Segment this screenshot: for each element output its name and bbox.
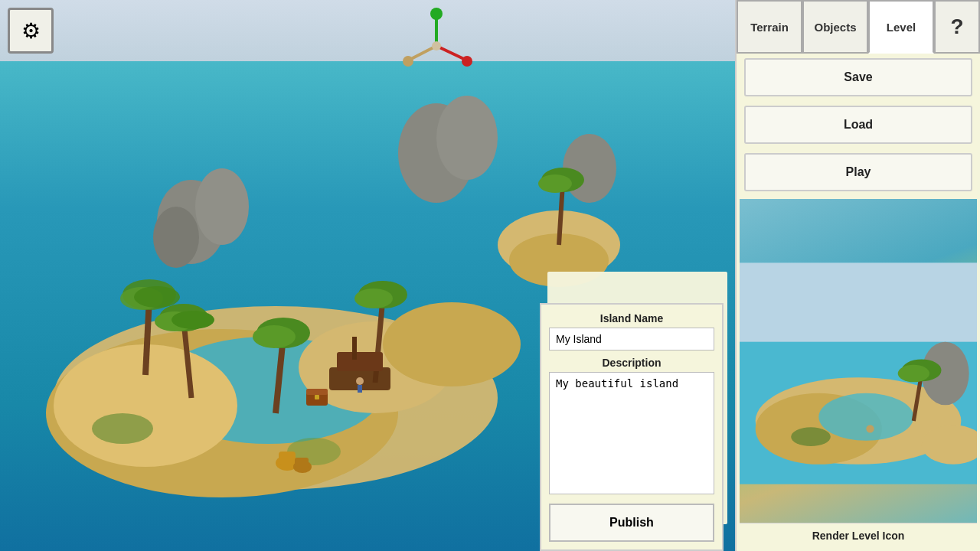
save-button[interactable]: Save — [744, 58, 972, 96]
play-button[interactable]: Play — [744, 153, 972, 191]
svg-point-28 — [354, 289, 393, 308]
svg-point-14 — [563, 134, 616, 203]
settings-button[interactable]: ⚙ — [8, 8, 54, 54]
svg-point-53 — [432, 41, 441, 51]
svg-point-58 — [818, 393, 913, 441]
island-name-input[interactable] — [549, 328, 714, 350]
svg-rect-55 — [740, 262, 977, 341]
tab-level[interactable]: Level — [868, 0, 934, 54]
svg-point-52 — [403, 56, 413, 67]
svg-rect-33 — [337, 352, 383, 371]
right-panel: Terrain Objects Level ? Save Load Play — [735, 0, 980, 551]
svg-point-6 — [383, 302, 521, 386]
svg-rect-45 — [295, 458, 309, 468]
app: ⚙ Island Name Description My b — [0, 0, 980, 551]
load-button[interactable]: Load — [744, 106, 972, 144]
description-label: Description — [549, 357, 714, 369]
svg-rect-39 — [358, 385, 362, 393]
svg-point-31 — [538, 174, 572, 193]
svg-rect-34 — [352, 337, 357, 360]
svg-point-48 — [430, 8, 443, 20]
tab-terrain[interactable]: Terrain — [737, 0, 802, 54]
island-name-label: Island Name — [549, 312, 714, 324]
axis-svg — [398, 8, 475, 84]
svg-point-38 — [356, 377, 364, 385]
svg-point-25 — [253, 325, 296, 348]
svg-line-15 — [145, 298, 149, 375]
publish-button[interactable]: Publish — [549, 504, 714, 542]
svg-rect-36 — [306, 389, 328, 395]
svg-point-22 — [172, 311, 214, 329]
gear-icon: ⚙ — [21, 18, 41, 44]
svg-point-13 — [436, 96, 498, 180]
svg-point-62 — [898, 365, 929, 383]
svg-point-18 — [134, 286, 180, 308]
screenshot-preview: Render Level Icon — [740, 199, 977, 548]
viewport: ⚙ Island Name Description My b — [0, 0, 735, 551]
svg-line-49 — [436, 46, 466, 60]
description-textarea[interactable]: My beautiful island — [549, 372, 714, 494]
svg-point-65 — [791, 427, 831, 446]
svg-point-10 — [195, 168, 249, 245]
svg-rect-43 — [279, 452, 296, 465]
render-level-icon-button[interactable]: Render Level Icon — [740, 523, 977, 548]
svg-point-11 — [153, 207, 199, 268]
island-form: Island Name Description My beautiful isl… — [540, 303, 724, 551]
tab-bar: Terrain Objects Level ? — [737, 0, 980, 54]
tab-objects[interactable]: Objects — [802, 0, 868, 54]
svg-point-40 — [92, 413, 153, 444]
svg-point-50 — [462, 56, 472, 67]
svg-rect-37 — [315, 395, 319, 399]
preview-scene — [740, 199, 977, 548]
svg-point-64 — [866, 425, 874, 432]
tab-help[interactable]: ? — [934, 0, 980, 54]
level-panel: Save Load Play — [737, 54, 980, 551]
axis-indicator — [398, 8, 475, 84]
